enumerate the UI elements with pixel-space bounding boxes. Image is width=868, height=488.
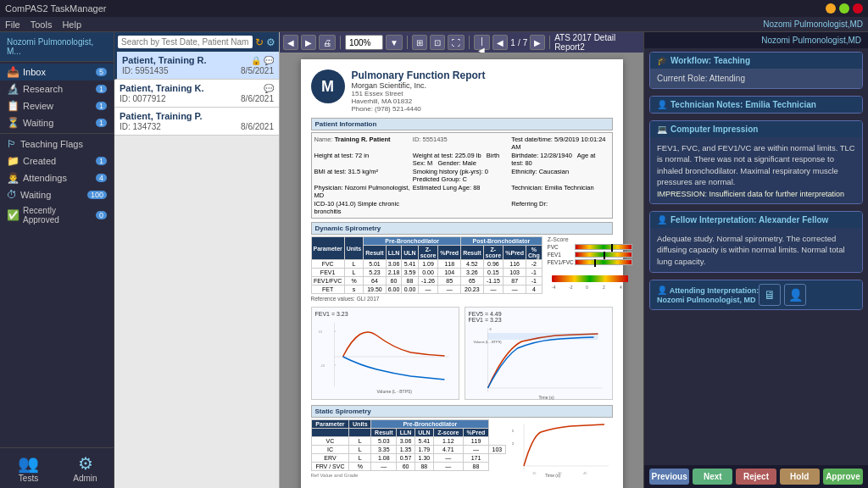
next-button[interactable]: Next (693, 469, 732, 485)
message-icon-1: 💬 (264, 84, 274, 93)
zoom-input[interactable] (345, 35, 383, 50)
spiro-table-row: FEV1/FVC%646088-1.268565-1.1587-1 (311, 277, 542, 286)
sidebar-label-inbox: Inbox (23, 67, 46, 77)
toolbar-prev-btn[interactable]: ◀ (492, 35, 508, 50)
spiro-pre-header: Pre-Bronchodilator (364, 237, 461, 246)
search-config-icon[interactable]: ⚙ (266, 36, 275, 48)
zscore-bars: FVCFEV1FEV1/FVC (548, 244, 632, 265)
maximize-button[interactable] (839, 3, 849, 14)
svg-text:15: 15 (532, 471, 537, 475)
svg-text:2: 2 (603, 285, 605, 290)
fv-vt-charts: FEV1 = 3.23 Flow (L/s) Volume (L - BTPS) (311, 307, 613, 400)
menu-help[interactable]: Help (62, 19, 81, 30)
report-container[interactable]: M Pulmonary Function Report Morgan Scien… (280, 53, 643, 488)
attending-monitor-btn[interactable]: 🖥 (759, 284, 781, 306)
spiro-table-row: FETs19.506.000.00——20.23——4 (311, 286, 542, 294)
dynamic-section-header: Dynamic Spirometry (311, 222, 613, 235)
fellow-text: Adequate study. Normal spirometry. The c… (657, 234, 845, 266)
report-header-text: Pulmonary Function Report Morgan Scienti… (352, 69, 486, 113)
sidebar-item-review[interactable]: 📋 Review 1 (0, 97, 114, 114)
zscore-bar-row: FEV1/FVC (548, 259, 632, 265)
tech-notes-title: Technician Notes: Emilia Technician (670, 100, 816, 109)
inbox-badge: 5 (96, 68, 107, 76)
toolbar-sep4 (549, 36, 550, 49)
menu-file[interactable]: File (5, 19, 20, 30)
menubar: File Tools Help Nozomi Pulmonologist,MD (0, 17, 868, 32)
spiro-table: Parameter Units Pre-Bronchodilator Post-… (311, 236, 542, 294)
inbox-icon: 📥 (7, 66, 19, 78)
approved-badge: 0 (96, 211, 107, 219)
sidebar-item-waiting[interactable]: ⏳ Waiting 1 (0, 114, 114, 131)
attendings-icon: 👨‍⚕️ (7, 172, 19, 184)
sidebar-label-waiting2: Waiting (20, 190, 51, 200)
menu-tools[interactable]: Tools (31, 19, 53, 30)
zoom-dropdown-btn[interactable]: ▼ (386, 35, 403, 50)
report-phone: Phone: (978) 521-4440 (352, 105, 486, 113)
svg-text:6: 6 (489, 327, 492, 331)
toolbar-next-btn[interactable]: ▶ (530, 35, 545, 50)
tests-nav-item[interactable]: 👥 Tests (0, 448, 57, 488)
chart1-label: FEV1 = 3.23 (315, 311, 455, 317)
attending-header: 👤 Attending Interpretation: Nozomi Pulmo… (650, 280, 862, 309)
toolbar-back-btn[interactable]: ◀ (283, 35, 298, 50)
patient-id-0: ID: 5951435 (122, 66, 169, 75)
attending-user-btn[interactable]: 👤 (784, 284, 806, 306)
workflow-body: Current Role: Attending (650, 69, 862, 88)
patient-card-2[interactable]: Patient, Training P. ID: 134732 8/6/2021 (114, 108, 279, 136)
zscore-marker (611, 244, 613, 252)
chart2-labels: FEV5 = 4.49 FEV1 = 3.23 (469, 311, 609, 323)
admin-label: Admin (73, 474, 97, 483)
sidebar-item-research[interactable]: 🔬 Research 1 (0, 80, 114, 97)
hold-button[interactable]: Hold (780, 469, 820, 485)
static-table-container: Parameter Units Pre-Bronchodilator Resul… (311, 419, 506, 480)
minimize-button[interactable] (826, 3, 836, 14)
patient-list: ↻ ⚙ Patient, Training R. 🔒 💬 ID: 5951435… (114, 32, 280, 488)
static-table-row: FRV / SVC%—6088—88 (311, 463, 505, 471)
approve-button[interactable]: Approve (823, 469, 863, 485)
svg-text:-10: -10 (320, 363, 326, 368)
toolbar-print-btn[interactable]: 🖨 (319, 35, 336, 50)
review-badge: 1 (96, 102, 107, 110)
titlebar: ComPAS2 TaskManager (0, 0, 868, 17)
sidebar-item-waiting2[interactable]: ⏱ Waiting 100 (0, 186, 114, 203)
toolbar-forward-btn[interactable]: ▶ (301, 35, 316, 50)
toolbar-fit-btn[interactable]: ⊡ (430, 35, 445, 50)
toolbar-fullscreen-btn[interactable]: ⛶ (448, 35, 465, 50)
computer-icon: 💻 (657, 125, 667, 134)
patient-id-2: ID: 134732 (120, 122, 161, 131)
zscore-marker (594, 259, 596, 267)
patient-date-1: 8/6/2021 (241, 94, 274, 103)
research-badge: 1 (96, 85, 107, 93)
computer-impression-title: Computer Impression (670, 125, 758, 134)
sidebar-item-inbox[interactable]: 📥 Inbox 5 (0, 64, 114, 80)
close-button[interactable] (853, 3, 863, 14)
toolbar-sep3 (469, 36, 470, 49)
patient-card-1[interactable]: Patient, Training K. 💬 ID: 0077912 8/6/2… (114, 80, 279, 108)
sidebar-item-created[interactable]: 📁 Created 1 (0, 152, 114, 169)
attending-title: Attending Interpretation: Nozomi Pulmono… (657, 286, 759, 304)
toolbar-prev-page-btn[interactable]: |◀ (474, 35, 491, 50)
report-toolbar: ◀ ▶ 🖨 ▼ ⊞ ⊡ ⛶ |◀ ◀ 1 / 7 ▶ ATS 2017 Deta… (280, 32, 643, 53)
previous-button[interactable]: Previous (649, 469, 689, 485)
patient-id-1: ID: 0077912 (120, 94, 166, 103)
sidebar-item-teaching-flags[interactable]: 🏳 Teaching Flags (0, 136, 114, 152)
svg-rect-16 (487, 333, 598, 340)
admin-nav-item[interactable]: ⚙ Admin (57, 448, 114, 488)
fellow-body: Adequate study. Normal spirometry. The c… (650, 228, 862, 272)
attending-section-inner: 👤 Attending Interpretation: Nozomi Pulmo… (657, 284, 806, 306)
patient-date-0: 8/5/2021 (241, 66, 274, 75)
search-input[interactable] (118, 36, 253, 48)
search-refresh-icon[interactable]: ↻ (255, 36, 264, 48)
created-icon: 📁 (7, 155, 19, 167)
sidebar-item-recently-approved[interactable]: ✅ Recently Approved 0 (0, 203, 114, 227)
tech-notes-section: 👤 Technician Notes: Emilia Technician (649, 96, 863, 114)
reject-button[interactable]: Reject (736, 469, 776, 485)
report-header: M Pulmonary Function Report Morgan Scien… (311, 69, 613, 113)
spiro-col-param: Parameter (311, 237, 344, 260)
static-table-body: VCL5.033.065.411.12119ICL3.351.351.794.7… (311, 437, 505, 471)
patient-card-0[interactable]: Patient, Training R. 🔒 💬 ID: 5951435 8/5… (114, 52, 279, 80)
toolbar-layout-btn[interactable]: ⊞ (412, 35, 427, 50)
attending-section: 👤 Attending Interpretation: Nozomi Pulmo… (649, 280, 863, 310)
report-label: ATS 2017 Detail Report2 (554, 33, 640, 52)
sidebar-item-attendings[interactable]: 👨‍⚕️ Attendings 4 (0, 169, 114, 186)
